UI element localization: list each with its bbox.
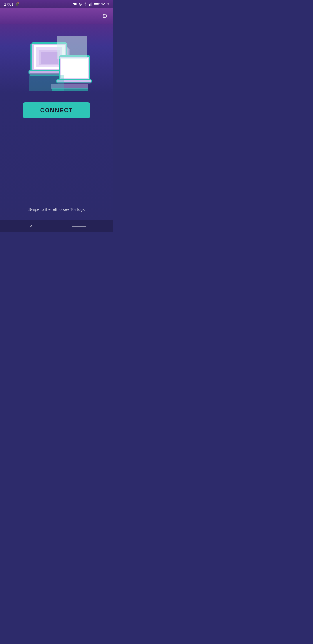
svg-rect-28	[29, 75, 64, 91]
svg-rect-2	[91, 3, 91, 6]
battery-icon	[94, 2, 100, 6]
notification-icon: 💣	[15, 2, 19, 6]
svg-rect-27	[57, 36, 87, 59]
svg-rect-22	[61, 58, 88, 78]
home-indicator[interactable]	[72, 226, 86, 227]
illustration-area	[16, 27, 97, 94]
svg-rect-1	[90, 3, 90, 6]
svg-rect-6	[94, 3, 98, 5]
bottom-nav-bar: <	[0, 220, 113, 232]
status-time-area: 17:01 💣	[4, 2, 19, 6]
battery-percent: 92 %	[101, 2, 109, 6]
svg-rect-0	[89, 4, 90, 6]
svg-rect-5	[99, 3, 99, 4]
status-icons-area: ⊖ 92 %	[73, 2, 109, 6]
connect-button[interactable]: CONNECT	[23, 102, 90, 118]
svg-rect-18	[41, 52, 58, 64]
wifi-icon	[83, 2, 88, 6]
dnd-icon: ⊖	[79, 2, 82, 6]
status-bar: 17:01 💣 ⊖	[0, 0, 113, 8]
svg-rect-3	[91, 2, 92, 6]
time-display: 17:01	[4, 2, 14, 6]
content-area: CONNECT Swipe to the left to see Tor log…	[0, 24, 113, 220]
back-button[interactable]: <	[27, 222, 36, 230]
app-header: ⚙	[0, 8, 113, 24]
app-page: 17:01 💣 ⊖	[0, 0, 113, 232]
vibrate-icon	[73, 2, 77, 6]
swipe-hint-text: Swipe to the left to see Tor logs	[28, 207, 85, 218]
settings-icon[interactable]: ⚙	[102, 12, 108, 20]
laptop-illustration	[16, 27, 97, 94]
signal-icon	[89, 2, 92, 6]
